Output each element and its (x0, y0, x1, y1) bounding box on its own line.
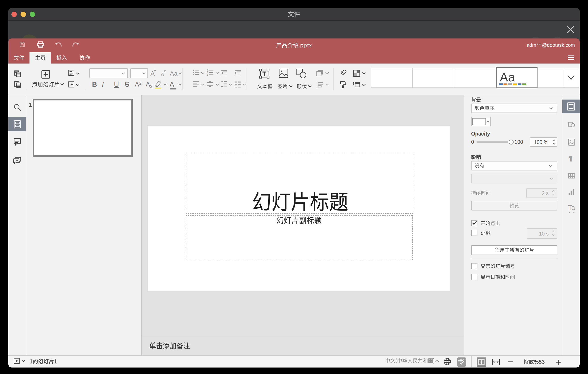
svg-text:3: 3 (207, 73, 209, 76)
